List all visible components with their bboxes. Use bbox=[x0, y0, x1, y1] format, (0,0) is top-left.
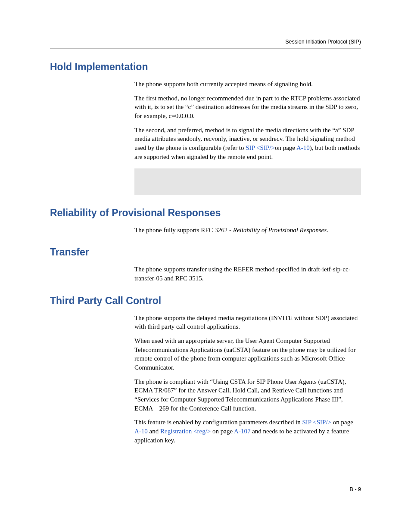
hold-p1: The phone supports both currently accept… bbox=[134, 80, 361, 89]
page-number: B - 9 bbox=[350, 486, 361, 492]
transfer-p1: The phone supports transfer using the RE… bbox=[134, 265, 361, 283]
running-title: Session Initiation Protocol (SIP) bbox=[285, 39, 361, 45]
body-reliability: The phone fully supports RFC 3262 - Reli… bbox=[134, 226, 361, 235]
tpcc-p4: This feature is enabled by configuration… bbox=[134, 418, 361, 445]
link-sip-2[interactable]: SIP <SIP/> bbox=[302, 419, 331, 426]
body-tpcc: The phone supports the delayed media neg… bbox=[134, 314, 361, 445]
tpcc-p3: The phone is compliant with “Using CSTA … bbox=[134, 377, 361, 413]
hold-p3-b: on page bbox=[275, 144, 296, 151]
link-page-a10[interactable]: A-10 bbox=[296, 144, 310, 151]
reliability-p1-i: Reliability of Provisional Responses bbox=[233, 227, 327, 233]
reliability-p1-a: The phone fully supports RFC 3262 - bbox=[134, 227, 233, 233]
hold-p3: The second, and preferred, method is to … bbox=[134, 126, 361, 162]
hold-p2: The first method, no longer recommended … bbox=[134, 94, 361, 121]
link-sip[interactable]: SIP <SIP/> bbox=[246, 144, 275, 151]
tpcc-p4-c: and bbox=[148, 428, 160, 435]
tpcc-p4-a: This feature is enabled by configuration… bbox=[134, 419, 302, 426]
link-page-a107[interactable]: A-107 bbox=[234, 428, 250, 435]
heading-hold-implementation: Hold Implementation bbox=[50, 61, 361, 73]
page: Session Initiation Protocol (SIP) Hold I… bbox=[0, 0, 411, 532]
reliability-p1-b: . bbox=[327, 227, 328, 233]
heading-tpcc: Third Party Call Control bbox=[50, 295, 361, 307]
running-header: Session Initiation Protocol (SIP) bbox=[50, 39, 361, 48]
tpcc-p2: When used with an appropriate server, th… bbox=[134, 336, 361, 372]
heading-transfer: Transfer bbox=[50, 246, 361, 258]
tpcc-p4-d: on page bbox=[211, 428, 234, 435]
reliability-p1: The phone fully supports RFC 3262 - Reli… bbox=[134, 226, 361, 235]
link-registration[interactable]: Registration <reg/> bbox=[160, 428, 211, 435]
tpcc-p1: The phone supports the delayed media neg… bbox=[134, 314, 361, 331]
link-page-a10-2[interactable]: A-10 bbox=[134, 428, 148, 435]
body-hold: The phone supports both currently accept… bbox=[134, 80, 361, 162]
header-rule bbox=[50, 48, 361, 49]
body-transfer: The phone supports transfer using the RE… bbox=[134, 265, 361, 283]
note-box bbox=[134, 168, 361, 195]
tpcc-p4-b: on page bbox=[331, 419, 353, 426]
heading-reliability: Reliability of Provisional Responses bbox=[50, 207, 361, 219]
